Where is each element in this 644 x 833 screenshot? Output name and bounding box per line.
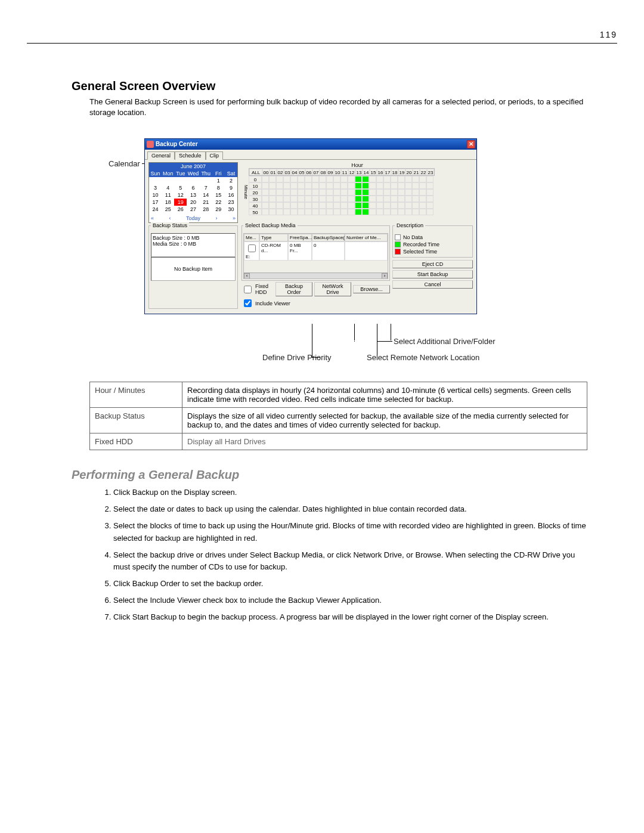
time-cell[interactable] <box>419 189 426 196</box>
time-cell[interactable] <box>362 176 369 182</box>
time-cell[interactable] <box>362 189 369 196</box>
time-cell[interactable] <box>276 202 283 209</box>
time-cell[interactable] <box>369 202 376 209</box>
time-cell[interactable] <box>340 189 348 196</box>
time-cell[interactable] <box>376 189 383 196</box>
time-cell[interactable] <box>412 182 419 189</box>
time-cell[interactable] <box>319 202 326 209</box>
time-cell[interactable] <box>383 176 391 182</box>
media-row-cell[interactable]: CD-ROM d... <box>259 241 288 261</box>
media-row-cell[interactable]: E: <box>244 241 259 261</box>
time-cell[interactable] <box>348 176 355 182</box>
time-cell[interactable] <box>319 189 326 196</box>
time-cell[interactable] <box>391 176 398 182</box>
calendar-day[interactable]: 9 <box>225 184 237 191</box>
time-cell[interactable] <box>376 209 383 215</box>
time-cell[interactable] <box>398 196 405 202</box>
cancel-button[interactable]: Cancel <box>392 280 473 289</box>
time-cell[interactable] <box>405 182 412 189</box>
time-cell[interactable] <box>369 196 376 202</box>
time-cell[interactable] <box>376 182 383 189</box>
calendar-day[interactable]: 28 <box>200 206 212 213</box>
calendar-day[interactable]: 4 <box>162 184 174 191</box>
time-cell[interactable] <box>391 202 398 209</box>
time-cell[interactable] <box>362 209 369 215</box>
time-cell[interactable] <box>383 209 391 215</box>
time-cell[interactable] <box>376 202 383 209</box>
time-cell[interactable] <box>298 196 305 202</box>
time-cell[interactable] <box>283 196 290 202</box>
media-header-cell[interactable]: Number of Me... <box>345 234 388 241</box>
calendar-day[interactable] <box>162 177 174 184</box>
cal-today-button[interactable]: Today <box>186 215 200 221</box>
time-cell[interactable] <box>333 196 340 202</box>
time-cell[interactable] <box>398 202 405 209</box>
network-drive-button[interactable]: NetWork Drive <box>314 282 351 296</box>
fixed-hdd-checkbox[interactable] <box>244 286 252 293</box>
time-cell[interactable] <box>312 182 319 189</box>
time-cell[interactable] <box>283 202 290 209</box>
include-viewer-checkbox[interactable] <box>244 299 252 307</box>
close-icon[interactable]: ✕ <box>467 140 475 148</box>
calendar-day[interactable]: 1 <box>212 177 225 184</box>
hour-header-cell[interactable]: 15 <box>370 169 377 175</box>
calendar-day[interactable]: 5 <box>174 184 187 191</box>
time-cell[interactable] <box>376 196 383 202</box>
time-cell[interactable] <box>312 196 319 202</box>
calendar-day[interactable]: 12 <box>174 191 187 199</box>
time-cell[interactable] <box>269 202 276 209</box>
time-cell[interactable] <box>333 182 340 189</box>
time-cell[interactable] <box>426 189 434 196</box>
time-cell[interactable] <box>398 176 405 182</box>
hour-header-cell[interactable]: 19 <box>398 169 405 175</box>
time-cell[interactable] <box>412 189 419 196</box>
time-cell[interactable] <box>298 202 305 209</box>
time-cell[interactable] <box>290 182 298 189</box>
time-cell[interactable] <box>426 196 434 202</box>
calendar-day[interactable] <box>174 177 187 184</box>
calendar-day[interactable]: 3 <box>149 184 162 191</box>
time-cell[interactable] <box>412 176 419 182</box>
calendar-day[interactable]: 15 <box>212 191 225 199</box>
tab-clip[interactable]: Clip <box>206 151 224 160</box>
calendar-day[interactable]: 7 <box>200 184 212 191</box>
calendar-day[interactable]: 22 <box>212 199 225 206</box>
time-cell[interactable] <box>319 196 326 202</box>
time-cell[interactable] <box>391 182 398 189</box>
cal-nav-first-icon[interactable]: « <box>151 215 154 221</box>
time-cell[interactable] <box>290 189 298 196</box>
browse-button[interactable]: Browse... <box>353 285 390 293</box>
time-cell[interactable] <box>355 182 362 189</box>
time-cell[interactable] <box>348 189 355 196</box>
time-cell[interactable] <box>312 189 319 196</box>
calendar-day[interactable] <box>200 177 212 184</box>
time-cell[interactable] <box>283 182 290 189</box>
calendar-day[interactable]: 21 <box>200 199 212 206</box>
time-cell[interactable] <box>362 202 369 209</box>
time-cell[interactable] <box>305 202 312 209</box>
cal-nav-next-icon[interactable]: › <box>216 215 218 221</box>
calendar-day[interactable] <box>162 213 174 214</box>
calendar-day[interactable]: 19 <box>174 199 187 206</box>
media-row-cell[interactable] <box>345 241 388 261</box>
time-cell[interactable] <box>269 189 276 196</box>
time-cell[interactable] <box>283 176 290 182</box>
scrollbar[interactable]: ‹› <box>244 272 388 278</box>
time-cell[interactable] <box>340 209 348 215</box>
time-cell[interactable] <box>262 182 269 189</box>
start-backup-button[interactable]: Start Backup <box>392 270 473 278</box>
media-row-checkbox[interactable] <box>248 244 256 252</box>
time-cell[interactable] <box>376 176 383 182</box>
time-cell[interactable] <box>269 182 276 189</box>
hour-header-cell[interactable]: 03 <box>284 169 291 175</box>
time-cell[interactable] <box>276 176 283 182</box>
time-cell[interactable] <box>405 176 412 182</box>
time-cell[interactable] <box>269 176 276 182</box>
hour-header-cell[interactable]: 12 <box>348 169 355 175</box>
tab-general[interactable]: General <box>147 151 175 160</box>
time-cell[interactable] <box>262 176 269 182</box>
calendar-day[interactable]: 25 <box>162 206 174 213</box>
hour-header-cell[interactable]: 11 <box>341 169 348 175</box>
eject-cd-button[interactable]: Eject CD <box>392 260 473 268</box>
time-cell[interactable] <box>333 202 340 209</box>
